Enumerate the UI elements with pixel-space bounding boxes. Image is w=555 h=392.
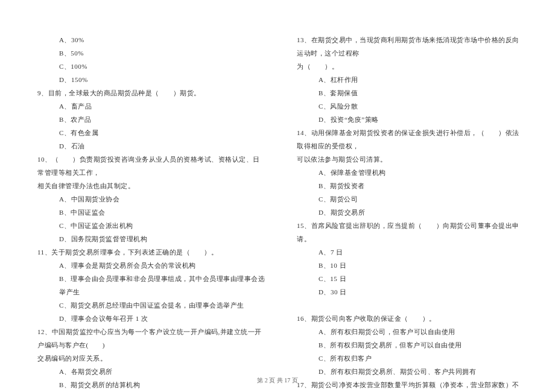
option-line: B、理事会由会员理事和非会员理事组成，其中会员理事由理事会选举产生	[30, 272, 265, 299]
two-column-layout: A、30%B、50%C、100%D、150%9、目前，全球最大的商品期货品种是（…	[30, 33, 525, 371]
option-line: C、风险分散	[290, 100, 525, 113]
option-line: B、所有权归期货交易所，但客户可以自由使用	[290, 338, 525, 352]
option-line: D、理事会会议每年召开 1 次	[30, 312, 265, 325]
question-line: 交易编码的对应关系。	[30, 352, 265, 365]
option-line: D、150%	[30, 73, 265, 86]
option-line: C、15 日	[290, 272, 525, 285]
question-line: 可以依法参与期货公司清算。	[290, 153, 525, 166]
option-line: B、50%	[30, 46, 265, 60]
question-line: 为（ ）。	[290, 60, 525, 73]
option-line: C、期货交易所总经理由中国证监会提名，由理事会选举产生	[30, 299, 265, 312]
option-line: A、保障基金管理机构	[290, 166, 525, 179]
option-line: D、期货交易所	[290, 206, 525, 219]
question-line: 相关自律管理办法也由其制定。	[30, 179, 265, 192]
question-line: 16、期货公司向客户收取的保证金（ ）。	[290, 312, 525, 325]
question-line: 10、（ ）负责期货投资咨询业务从业人员的资格考试、资格认定、日常管理等相关工作…	[30, 153, 265, 179]
option-line: D、30 日	[290, 285, 525, 299]
option-line: D、石油	[30, 139, 265, 153]
question-line: 14、动用保障基金对期货投资者的保证金损失进行补偿后，（ ）依法取得相应的受偿权…	[290, 126, 525, 153]
option-line: B、期货投资者	[290, 179, 525, 192]
option-line: C、期货公司	[290, 192, 525, 206]
page-footer: 第 2 页 共 17 页	[0, 376, 555, 385]
option-line: A、所有权归期货公司，但客户可以自由使用	[290, 325, 525, 338]
option-line: A、30%	[30, 33, 265, 46]
option-line: D、投资“免疫”策略	[290, 113, 525, 126]
question-line: 13、在期货交易中，当现货商利用期货市场来抵消现货市场中价格的反向运动时，这个过…	[290, 33, 525, 60]
option-line: A、7 日	[290, 245, 525, 259]
option-line: C、100%	[30, 60, 265, 73]
option-line: B、中国证监会	[30, 206, 265, 219]
question-line: 12、中国期货监控中心应当为每一个客户设立统一开户编码,并建立统一开户编码与客户…	[30, 325, 265, 352]
question-line: 15、首席风险官提出辞职的，应当提前（ ）向期货公司董事会提出申请。	[290, 219, 525, 245]
question-line: 11、关于期货交易所理事会，下列表述正确的是（ ）。	[30, 245, 265, 259]
option-line: A、畜产品	[30, 100, 265, 113]
option-line: B、农产品	[30, 113, 265, 126]
option-line: C、所有权归客户	[290, 352, 525, 365]
option-line: A、杠杆作用	[290, 73, 525, 86]
option-line: C、有色金属	[30, 126, 265, 139]
option-line: C、中国证监会派出机构	[30, 219, 265, 232]
left-column: A、30%B、50%C、100%D、150%9、目前，全球最大的商品期货品种是（…	[30, 33, 265, 371]
blank-line	[290, 299, 525, 312]
option-line: D、国务院期货监督管理机构	[30, 232, 265, 245]
right-column: 13、在期货交易中，当现货商利用期货市场来抵消现货市场中价格的反向运动时，这个过…	[290, 33, 525, 371]
option-line: A、中国期货业协会	[30, 192, 265, 206]
option-line: B、10 日	[290, 259, 525, 272]
option-line: A、理事会是期货交易所会员大会的常设机构	[30, 259, 265, 272]
question-line: 9、目前，全球最大的商品期货品种是（ ）期货。	[30, 86, 265, 100]
option-line: B、套期保值	[290, 86, 525, 100]
